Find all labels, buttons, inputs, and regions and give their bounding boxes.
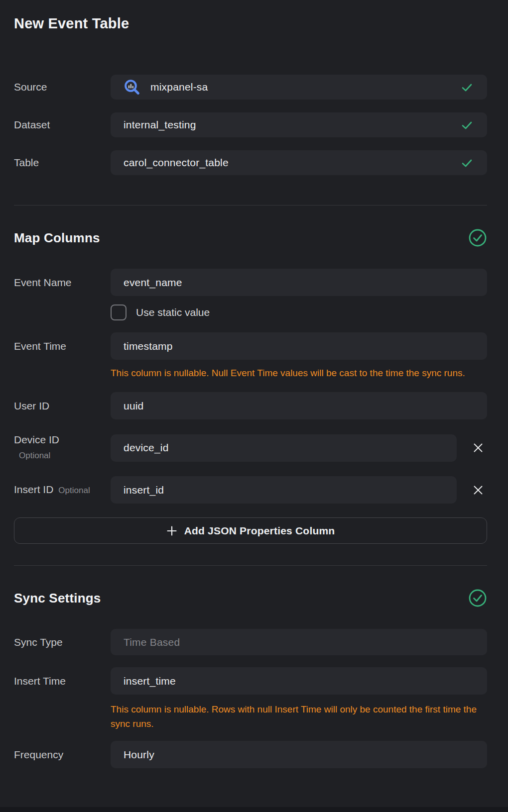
table-value: carol_connector_table bbox=[124, 157, 454, 169]
event-time-row: Event Time timestamp bbox=[14, 332, 487, 360]
device-id-label: Device ID Optional bbox=[14, 433, 111, 462]
event-name-value: event_name bbox=[124, 277, 472, 289]
insert-time-warning: This column is nullable. Rows with null … bbox=[111, 702, 485, 731]
source-row: Source mixpanel-sa bbox=[14, 75, 487, 100]
section-divider bbox=[14, 565, 487, 566]
frequency-row: Frequency Hourly bbox=[14, 741, 487, 768]
table-select[interactable]: carol_connector_table bbox=[111, 150, 487, 175]
event-name-label: Event Name bbox=[14, 276, 111, 289]
source-label: Source bbox=[14, 81, 111, 94]
user-id-value: uuid bbox=[124, 400, 472, 412]
add-json-properties-button[interactable]: Add JSON Properties Column bbox=[14, 517, 487, 544]
sync-settings-header: Sync Settings bbox=[14, 589, 487, 608]
sync-type-row: Sync Type Time Based bbox=[14, 629, 487, 655]
x-close-icon bbox=[473, 442, 484, 453]
user-id-label: User ID bbox=[14, 400, 111, 412]
add-json-properties-label: Add JSON Properties Column bbox=[184, 525, 335, 537]
insert-time-row: Insert Time insert_time bbox=[14, 667, 487, 695]
bottom-edge-strip bbox=[0, 807, 508, 812]
map-columns-title: Map Columns bbox=[14, 230, 100, 246]
device-id-row: Device ID Optional device_id bbox=[14, 433, 487, 462]
table-label: Table bbox=[14, 156, 111, 169]
frequency-value: Hourly bbox=[124, 749, 472, 761]
event-time-warning: This column is nullable. Null Event Time… bbox=[111, 366, 485, 380]
source-value: mixpanel-sa bbox=[150, 81, 454, 93]
use-static-row: Use static value bbox=[14, 304, 487, 320]
new-event-table-form: New Event Table Source mixpanel-sa Datas… bbox=[0, 0, 508, 768]
green-check-icon bbox=[462, 83, 472, 92]
bigquery-magnifier-chart-icon bbox=[124, 79, 140, 96]
insert-time-value: insert_time bbox=[124, 675, 472, 687]
user-id-select[interactable]: uuid bbox=[111, 392, 487, 419]
event-name-row: Event Name event_name bbox=[14, 269, 487, 296]
insert-id-value: insert_id bbox=[124, 484, 442, 496]
insert-id-label: Insert ID Optional bbox=[14, 483, 111, 497]
use-static-label: Use static value bbox=[136, 306, 210, 318]
page-title: New Event Table bbox=[14, 15, 487, 32]
device-id-select[interactable]: device_id bbox=[111, 434, 457, 462]
device-id-optional-tag: Optional bbox=[14, 449, 111, 462]
event-time-value: timestamp bbox=[124, 340, 472, 352]
insert-id-remove-button[interactable] bbox=[469, 481, 487, 499]
green-check-icon bbox=[462, 121, 472, 129]
user-id-row: User ID uuid bbox=[14, 392, 487, 419]
event-time-label: Event Time bbox=[14, 340, 111, 353]
green-circle-check-icon bbox=[468, 228, 487, 247]
section-divider bbox=[14, 205, 487, 205]
sync-settings-title: Sync Settings bbox=[14, 591, 101, 606]
sync-type-label: Sync Type bbox=[14, 636, 111, 649]
insert-id-select[interactable]: insert_id bbox=[111, 476, 457, 504]
insert-id-optional-tag: Optional bbox=[58, 484, 90, 497]
insert-time-label: Insert Time bbox=[14, 675, 111, 688]
map-columns-header: Map Columns bbox=[14, 228, 487, 247]
x-close-icon bbox=[473, 485, 484, 496]
dataset-select[interactable]: internal_testing bbox=[111, 112, 487, 137]
device-id-remove-button[interactable] bbox=[469, 439, 487, 457]
insert-time-select[interactable]: insert_time bbox=[111, 667, 487, 695]
frequency-select[interactable]: Hourly bbox=[111, 741, 487, 768]
insert-id-row: Insert ID Optional insert_id bbox=[14, 476, 487, 504]
device-id-label-text: Device ID bbox=[14, 434, 59, 445]
device-id-value: device_id bbox=[124, 442, 442, 454]
sync-type-select-disabled: Time Based bbox=[111, 629, 487, 655]
dataset-row: Dataset internal_testing bbox=[14, 112, 487, 137]
green-check-icon bbox=[462, 159, 472, 167]
plus-icon bbox=[166, 525, 177, 536]
dataset-label: Dataset bbox=[14, 118, 111, 131]
source-select[interactable]: mixpanel-sa bbox=[111, 75, 487, 100]
dataset-value: internal_testing bbox=[124, 119, 454, 131]
insert-id-label-text: Insert ID bbox=[14, 483, 53, 496]
frequency-label: Frequency bbox=[14, 748, 111, 761]
event-time-select[interactable]: timestamp bbox=[111, 332, 487, 360]
table-row: Table carol_connector_table bbox=[14, 150, 487, 175]
green-circle-check-icon bbox=[468, 589, 487, 608]
sync-type-value: Time Based bbox=[124, 636, 472, 648]
event-name-select[interactable]: event_name bbox=[111, 269, 487, 296]
use-static-checkbox[interactable] bbox=[111, 304, 127, 320]
